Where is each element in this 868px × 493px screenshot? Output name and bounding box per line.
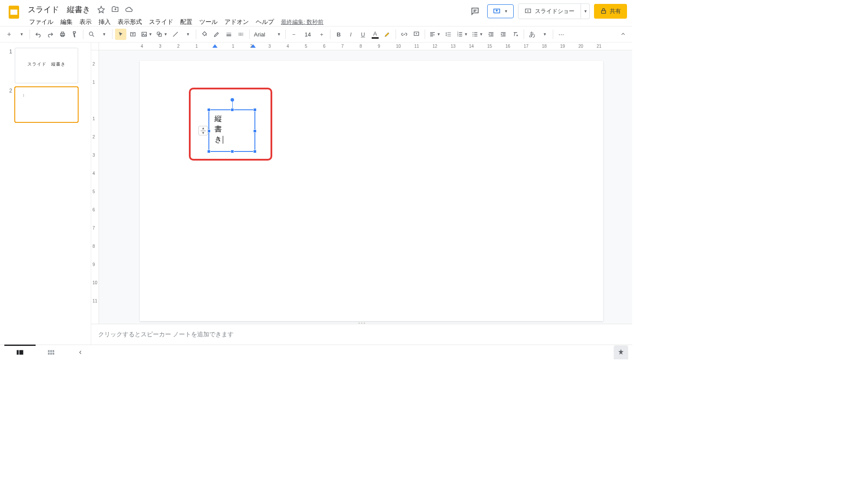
present-to-meeting-button[interactable]: ▼ [487,4,514,18]
ruler-tick: 4 [92,171,95,176]
svg-point-18 [472,32,473,33]
zoom-dropdown[interactable]: ▼ [98,29,109,40]
slides-logo[interactable] [5,3,23,21]
indent-increase-button[interactable] [498,29,509,40]
rotate-handle[interactable] [231,98,234,102]
more-button[interactable]: ⋯ [556,29,567,40]
font-size-decrease[interactable]: − [288,29,300,40]
font-size-value[interactable]: 14 [300,31,315,38]
text-color-button[interactable]: A [370,29,381,40]
align-button[interactable]: ▼ [428,29,442,40]
share-button[interactable]: 共有 [594,4,627,19]
slide-thumbnail-1[interactable]: スライド 縦書き [15,48,78,83]
border-weight-button[interactable] [223,29,234,40]
move-icon[interactable] [111,6,119,13]
shape-button[interactable]: ▼ [155,29,169,40]
ruler-tick: 4 [141,44,143,49]
svg-rect-28 [53,352,54,355]
border-color-button[interactable] [211,29,222,40]
collapse-filmstrip-button[interactable] [77,349,83,355]
textbox-content[interactable]: 縦 書 き [215,114,223,145]
ruler-tick: 4 [287,44,289,49]
font-size-increase[interactable]: + [316,29,327,40]
notes-resize-grip[interactable] [359,322,365,324]
ruler-tick: 10 [92,280,97,285]
ruler-tick: 3 [159,44,162,49]
ruler-tick: 1 [195,44,198,49]
star-icon[interactable] [97,6,105,13]
comments-icon[interactable] [467,3,483,19]
svg-rect-24 [50,350,52,352]
ruler-tick: 7 [92,226,95,230]
cloud-status-icon[interactable] [125,6,133,13]
print-button[interactable] [57,29,68,40]
italic-button[interactable]: I [345,29,356,40]
slideshow-button[interactable]: スライドショー [518,3,581,19]
ruler-tick: 9 [92,262,95,267]
indent-decrease-button[interactable] [485,29,497,40]
paint-format-button[interactable] [69,29,80,40]
svg-rect-25 [53,350,54,352]
ruler-tick: 17 [524,44,528,49]
autofit-handle[interactable]: ▲▼ [198,126,208,135]
highlight-button[interactable] [382,29,393,40]
textbox[interactable]: ▲▼ 縦 書 き [208,109,255,152]
border-dash-button[interactable] [235,29,247,40]
input-method-dropdown[interactable]: ▼ [539,29,550,40]
collapse-toolbar-button[interactable] [617,29,629,40]
resize-handle-s[interactable] [231,150,234,153]
slide-thumbnail-2[interactable]: ⁝ [15,87,78,122]
slideshow-dropdown[interactable]: ▼ [581,3,590,19]
ruler-tick: 11 [92,299,97,303]
resize-handle-n[interactable] [231,108,234,112]
input-method-button[interactable]: あ [527,29,538,40]
new-slide-button[interactable] [3,29,15,40]
underline-button[interactable]: U [357,29,369,40]
slide-canvas[interactable]: ▲▼ 縦 書 き [140,61,603,321]
indent-left-marker-icon[interactable] [212,44,218,49]
comment-button[interactable] [411,29,422,40]
vertical-ruler[interactable]: 211234567891011 [91,50,99,324]
thumb-mini-text: ⁝ [23,93,24,98]
grid-view-tab[interactable] [36,345,67,360]
line-spacing-button[interactable] [443,29,454,40]
slide-stage[interactable]: ▲▼ 縦 書 き [99,50,632,324]
ruler-tick: 11 [414,44,419,49]
select-tool-button[interactable] [115,29,126,40]
image-button[interactable]: ▼ [139,29,154,40]
ruler-tick: 2 [92,62,95,66]
undo-button[interactable] [33,29,44,40]
ruler-tick: 16 [505,44,510,49]
line-dropdown[interactable]: ▼ [182,29,193,40]
new-slide-dropdown[interactable]: ▼ [16,29,27,40]
doc-title[interactable]: スライド 縦書き [26,3,92,16]
horizontal-ruler[interactable]: 4321123456789101112131415161718192021 [99,43,632,50]
resize-handle-nw[interactable] [207,108,211,112]
svg-point-8 [89,32,93,36]
clear-formatting-button[interactable] [510,29,521,40]
resize-handle-sw[interactable] [207,150,211,153]
resize-handle-ne[interactable] [253,108,257,112]
bulleted-list-button[interactable]: ▼ [470,29,485,40]
speaker-notes-area[interactable]: クリックするとスピーカー ノートを追加できます [91,324,632,345]
svg-point-19 [472,34,473,35]
explore-button[interactable] [614,345,628,359]
link-button[interactable] [399,29,410,40]
resize-handle-se[interactable] [253,150,257,153]
bold-button[interactable]: B [333,29,344,40]
line-button[interactable] [170,29,181,40]
filmstrip-view-tab[interactable] [4,345,36,359]
ruler-tick: 14 [469,44,474,49]
ruler-tick: 2 [250,44,253,49]
slideshow-label: スライドショー [535,7,574,15]
ruler-tick: 20 [578,44,583,49]
fill-color-button[interactable] [199,29,210,40]
font-selector[interactable]: Arial▼ [252,31,283,38]
numbered-list-button[interactable]: 123▼ [455,29,469,40]
textbox-button[interactable] [127,29,139,40]
text-cursor [223,136,223,144]
ruler-tick: 12 [432,44,437,49]
zoom-button[interactable] [86,29,97,40]
redo-button[interactable] [45,29,56,40]
resize-handle-e[interactable] [253,129,257,133]
